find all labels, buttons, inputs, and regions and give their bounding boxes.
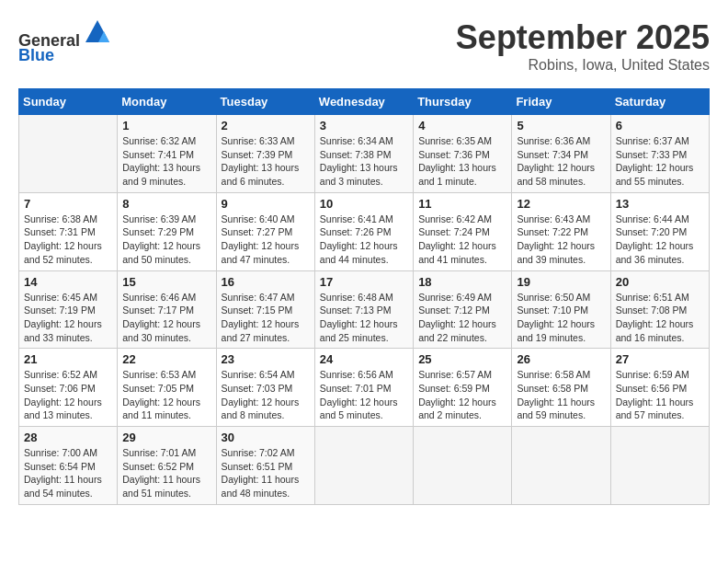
day-number: 3 [320, 119, 408, 132]
day-number: 15 [122, 275, 210, 289]
calendar-cell: 28Sunrise: 7:00 AM Sunset: 6:54 PM Dayli… [19, 427, 118, 505]
col-header-monday: Monday [118, 89, 216, 115]
calendar-cell: 8Sunrise: 6:39 AM Sunset: 7:29 PM Daylig… [118, 192, 216, 270]
calendar-cell: 23Sunrise: 6:54 AM Sunset: 7:03 PM Dayli… [216, 349, 314, 427]
col-header-sunday: Sunday [19, 89, 118, 115]
col-header-saturday: Saturday [610, 89, 709, 115]
day-number: 9 [222, 197, 310, 211]
day-info: Sunrise: 6:39 AM Sunset: 7:29 PM Dayligh… [122, 213, 210, 267]
day-number: 30 [222, 431, 310, 444]
day-number: 17 [320, 275, 408, 289]
day-info: Sunrise: 6:47 AM Sunset: 7:15 PM Dayligh… [222, 291, 310, 345]
day-info: Sunrise: 6:48 AM Sunset: 7:13 PM Dayligh… [320, 291, 408, 345]
day-info: Sunrise: 6:49 AM Sunset: 7:12 PM Dayligh… [418, 291, 506, 345]
day-info: Sunrise: 6:41 AM Sunset: 7:26 PM Dayligh… [320, 213, 408, 267]
calendar-cell: 20Sunrise: 6:51 AM Sunset: 7:08 PM Dayli… [610, 270, 709, 349]
calendar-cell: 24Sunrise: 6:56 AM Sunset: 7:01 PM Dayli… [314, 349, 413, 427]
calendar-cell: 27Sunrise: 6:59 AM Sunset: 6:56 PM Dayli… [610, 349, 709, 427]
calendar-cell: 3Sunrise: 6:34 AM Sunset: 7:38 PM Daylig… [314, 115, 413, 193]
day-number: 22 [122, 352, 210, 366]
calendar-cell: 15Sunrise: 6:46 AM Sunset: 7:17 PM Dayli… [118, 270, 216, 349]
day-info: Sunrise: 6:38 AM Sunset: 7:31 PM Dayligh… [24, 213, 112, 267]
calendar-cell [414, 427, 512, 505]
day-info: Sunrise: 6:50 AM Sunset: 7:10 PM Dayligh… [517, 291, 605, 345]
logo: General Blue [18, 18, 111, 65]
day-info: Sunrise: 6:37 AM Sunset: 7:33 PM Dayligh… [616, 134, 704, 189]
calendar-cell: 17Sunrise: 6:48 AM Sunset: 7:13 PM Dayli… [314, 270, 413, 349]
day-number: 5 [517, 119, 605, 132]
day-number: 2 [222, 119, 310, 132]
day-number: 11 [418, 197, 506, 211]
day-info: Sunrise: 6:40 AM Sunset: 7:27 PM Dayligh… [222, 213, 310, 267]
calendar-cell: 14Sunrise: 6:45 AM Sunset: 7:19 PM Dayli… [19, 270, 118, 349]
day-info: Sunrise: 7:00 AM Sunset: 6:54 PM Dayligh… [24, 446, 112, 500]
calendar-cell: 11Sunrise: 6:42 AM Sunset: 7:24 PM Dayli… [414, 192, 512, 270]
day-info: Sunrise: 6:56 AM Sunset: 7:01 PM Dayligh… [320, 368, 408, 422]
col-header-friday: Friday [512, 89, 610, 115]
calendar-cell: 26Sunrise: 6:58 AM Sunset: 6:58 PM Dayli… [512, 349, 610, 427]
calendar-cell: 16Sunrise: 6:47 AM Sunset: 7:15 PM Dayli… [216, 270, 314, 349]
day-number: 10 [320, 197, 408, 211]
month-title: September 2025 [456, 18, 710, 57]
day-info: Sunrise: 6:57 AM Sunset: 6:59 PM Dayligh… [418, 368, 506, 422]
day-number: 27 [616, 352, 704, 366]
day-number: 7 [24, 197, 112, 211]
col-header-wednesday: Wednesday [314, 89, 413, 115]
logo-icon [84, 18, 111, 46]
calendar-cell: 7Sunrise: 6:38 AM Sunset: 7:31 PM Daylig… [19, 192, 118, 270]
calendar-cell: 6Sunrise: 6:37 AM Sunset: 7:33 PM Daylig… [610, 115, 709, 193]
day-info: Sunrise: 6:53 AM Sunset: 7:05 PM Dayligh… [122, 368, 210, 422]
location: Robins, Iowa, United States [456, 57, 710, 74]
calendar-cell: 25Sunrise: 6:57 AM Sunset: 6:59 PM Dayli… [414, 349, 512, 427]
day-info: Sunrise: 6:52 AM Sunset: 7:06 PM Dayligh… [24, 368, 112, 422]
logo-blue: Blue [18, 46, 54, 64]
calendar-cell: 1Sunrise: 6:32 AM Sunset: 7:41 PM Daylig… [118, 115, 216, 193]
day-info: Sunrise: 6:46 AM Sunset: 7:17 PM Dayligh… [122, 291, 210, 345]
day-info: Sunrise: 6:58 AM Sunset: 6:58 PM Dayligh… [517, 368, 605, 422]
col-header-thursday: Thursday [414, 89, 512, 115]
day-number: 14 [24, 275, 112, 289]
day-info: Sunrise: 7:02 AM Sunset: 6:51 PM Dayligh… [222, 446, 310, 500]
day-number: 28 [24, 431, 112, 444]
calendar-cell: 9Sunrise: 6:40 AM Sunset: 7:27 PM Daylig… [216, 192, 314, 270]
day-number: 8 [122, 197, 210, 211]
day-number: 29 [122, 431, 210, 444]
day-number: 13 [616, 197, 704, 211]
day-number: 18 [418, 275, 506, 289]
day-number: 20 [616, 275, 704, 289]
day-number: 21 [24, 352, 112, 366]
day-number: 1 [122, 119, 210, 132]
col-header-tuesday: Tuesday [216, 89, 314, 115]
calendar-cell: 19Sunrise: 6:50 AM Sunset: 7:10 PM Dayli… [512, 270, 610, 349]
day-info: Sunrise: 6:43 AM Sunset: 7:22 PM Dayligh… [517, 213, 605, 267]
day-number: 16 [222, 275, 310, 289]
calendar-cell: 29Sunrise: 7:01 AM Sunset: 6:52 PM Dayli… [118, 427, 216, 505]
title-block: September 2025 Robins, Iowa, United Stat… [456, 18, 710, 74]
calendar-cell [314, 427, 413, 505]
calendar-table: SundayMondayTuesdayWednesdayThursdayFrid… [18, 88, 710, 505]
calendar-cell: 2Sunrise: 6:33 AM Sunset: 7:39 PM Daylig… [216, 115, 314, 193]
day-info: Sunrise: 6:44 AM Sunset: 7:20 PM Dayligh… [616, 213, 704, 267]
calendar-cell: 21Sunrise: 6:52 AM Sunset: 7:06 PM Dayli… [19, 349, 118, 427]
calendar-cell: 18Sunrise: 6:49 AM Sunset: 7:12 PM Dayli… [414, 270, 512, 349]
page-header: General Blue September 2025 Robins, Iowa… [18, 18, 710, 74]
calendar-cell: 22Sunrise: 6:53 AM Sunset: 7:05 PM Dayli… [118, 349, 216, 427]
day-number: 25 [418, 352, 506, 366]
day-number: 12 [517, 197, 605, 211]
day-info: Sunrise: 6:32 AM Sunset: 7:41 PM Dayligh… [122, 134, 210, 189]
day-number: 26 [517, 352, 605, 366]
calendar-cell: 4Sunrise: 6:35 AM Sunset: 7:36 PM Daylig… [414, 115, 512, 193]
day-info: Sunrise: 6:54 AM Sunset: 7:03 PM Dayligh… [222, 368, 310, 422]
calendar-cell: 10Sunrise: 6:41 AM Sunset: 7:26 PM Dayli… [314, 192, 413, 270]
calendar-cell [512, 427, 610, 505]
day-number: 24 [320, 352, 408, 366]
calendar-cell: 12Sunrise: 6:43 AM Sunset: 7:22 PM Dayli… [512, 192, 610, 270]
day-info: Sunrise: 6:42 AM Sunset: 7:24 PM Dayligh… [418, 213, 506, 267]
day-number: 6 [616, 119, 704, 132]
day-number: 4 [418, 119, 506, 132]
day-info: Sunrise: 6:34 AM Sunset: 7:38 PM Dayligh… [320, 134, 408, 189]
day-info: Sunrise: 7:01 AM Sunset: 6:52 PM Dayligh… [122, 446, 210, 500]
calendar-cell: 13Sunrise: 6:44 AM Sunset: 7:20 PM Dayli… [610, 192, 709, 270]
calendar-cell [19, 115, 118, 193]
day-info: Sunrise: 6:36 AM Sunset: 7:34 PM Dayligh… [517, 134, 605, 189]
